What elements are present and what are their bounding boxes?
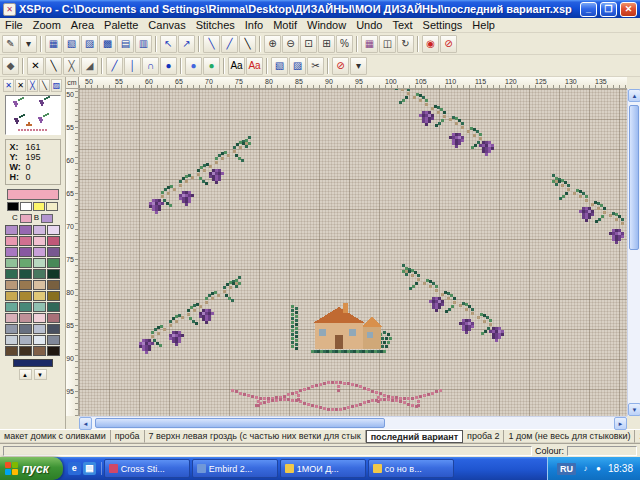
mini-half-stitch[interactable]: ✕ — [15, 79, 26, 92]
menu-area[interactable]: Area — [66, 18, 99, 33]
text-tool[interactable]: Aa — [228, 57, 245, 75]
zoom-in[interactable]: ⊕ — [264, 35, 281, 53]
three-quarter-stitch[interactable]: ◢ — [81, 57, 98, 75]
stitch-grid-full[interactable]: ▦ — [45, 35, 62, 53]
grid-toggle[interactable]: ▦ — [361, 35, 378, 53]
design-tab[interactable]: 1 дом (не весь для стыковки) — [504, 430, 635, 443]
minimize-button[interactable]: _ — [580, 2, 597, 17]
palette-color-swatch[interactable] — [33, 269, 46, 279]
menu-canvas[interactable]: Canvas — [143, 18, 190, 33]
mini-backstitch[interactable]: ╲ — [39, 79, 50, 92]
palette-color-swatch[interactable] — [5, 313, 18, 323]
menu-text[interactable]: Text — [387, 18, 417, 33]
rulers-toggle[interactable]: ◫ — [379, 35, 396, 53]
basic-color-swatch-3[interactable] — [46, 202, 58, 211]
basic-color-swatch-1[interactable] — [20, 202, 32, 211]
maximize-button[interactable]: ❐ — [600, 2, 617, 17]
design-tab[interactable]: макет домик с оливками — [0, 430, 111, 443]
current-color-swatch[interactable] — [7, 189, 59, 200]
bead-large[interactable]: ● — [203, 57, 220, 75]
stitch-selector[interactable]: ◆ — [2, 57, 19, 75]
scroll-up-button[interactable]: ▲ — [628, 89, 640, 102]
palette-color-swatch[interactable] — [33, 313, 46, 323]
french-knot[interactable]: ● — [160, 57, 177, 75]
palette-color-swatch[interactable] — [5, 302, 18, 312]
palette-color-swatch[interactable] — [47, 225, 60, 235]
back-color-swatch[interactable] — [41, 214, 53, 223]
menu-undo[interactable]: Undo — [351, 18, 387, 33]
select-arrow[interactable]: ↖ — [160, 35, 177, 53]
taskbar-task-button[interactable]: Cross Sti... — [104, 459, 190, 478]
palette-color-swatch[interactable] — [47, 247, 60, 257]
taskbar-task-button[interactable]: со но в... — [368, 459, 454, 478]
palette-color-swatch[interactable] — [19, 313, 32, 323]
palette-color-swatch[interactable] — [47, 335, 60, 345]
palette-color-swatch[interactable] — [33, 225, 46, 235]
palette-color-swatch[interactable] — [33, 258, 46, 268]
motif-paste[interactable]: ▨ — [289, 57, 306, 75]
palette-color-swatch[interactable] — [47, 324, 60, 334]
zoom-fit[interactable]: ⊞ — [318, 35, 335, 53]
palette-color-swatch[interactable] — [19, 247, 32, 257]
quicklaunch-desktop-icon[interactable]: ▤ — [83, 462, 96, 475]
vertical-scrollbar[interactable]: ▲ ▼ — [627, 89, 640, 416]
palette-color-swatch[interactable] — [19, 258, 32, 268]
cross-color-swatch[interactable] — [20, 214, 32, 223]
palette-color-swatch[interactable] — [5, 247, 18, 257]
palette-color-swatch[interactable] — [33, 280, 46, 290]
stitch-grid-special[interactable]: ▤ — [117, 35, 134, 53]
language-indicator[interactable]: RU — [557, 463, 576, 475]
palette-color-swatch[interactable] — [47, 291, 60, 301]
palette-color-swatch[interactable] — [5, 225, 18, 235]
quicklaunch-ie-icon[interactable]: e — [68, 462, 81, 475]
start-button[interactable]: пуск — [0, 457, 63, 480]
menu-info[interactable]: Info — [240, 18, 268, 33]
curve-line[interactable]: ∩ — [142, 57, 159, 75]
menu-zoom[interactable]: Zoom — [28, 18, 66, 33]
stitch-grid-half[interactable]: ▧ — [63, 35, 80, 53]
pencil-dropdown[interactable]: ▾ — [20, 35, 37, 53]
zoom-area[interactable]: ⊡ — [300, 35, 317, 53]
symbol-mode[interactable]: ⊘ — [440, 35, 457, 53]
move-arrow[interactable]: ↗ — [178, 35, 195, 53]
palette-color-swatch[interactable] — [47, 258, 60, 268]
motif-copy[interactable]: ▧ — [271, 57, 288, 75]
palette-color-swatch[interactable] — [5, 236, 18, 246]
design-tab[interactable]: 7 верхн левая гроздь (с частью них ветки… — [145, 430, 366, 443]
palette-scroll-up-button[interactable]: ▲ — [19, 369, 32, 380]
palette-color-swatch[interactable] — [19, 225, 32, 235]
basic-color-swatch-2[interactable] — [33, 202, 45, 211]
erase-tool[interactable]: ⊘ — [332, 57, 349, 75]
bead-small[interactable]: ● — [185, 57, 202, 75]
palette-color-swatch[interactable] — [5, 269, 18, 279]
scroll-right-button[interactable]: ► — [614, 417, 627, 430]
menu-help[interactable]: Help — [467, 18, 500, 33]
menu-window[interactable]: Window — [302, 18, 351, 33]
palette-color-swatch[interactable] — [19, 269, 32, 279]
stitch-grid-knot[interactable]: ▥ — [135, 35, 152, 53]
scissors[interactable]: ✂ — [307, 57, 324, 75]
stitch-canvas[interactable] — [79, 89, 627, 416]
palette-color-swatch[interactable] — [19, 291, 32, 301]
palette-color-swatch[interactable] — [47, 313, 60, 323]
taskbar-task-button[interactable]: Embird 2... — [192, 459, 278, 478]
straight-line[interactable]: │ — [124, 57, 141, 75]
half-cross-stitch[interactable]: ╲ — [45, 57, 62, 75]
zoom-out[interactable]: ⊖ — [282, 35, 299, 53]
palette-color-swatch[interactable] — [33, 302, 46, 312]
menu-settings[interactable]: Settings — [418, 18, 468, 33]
volume-icon[interactable]: ♪ — [580, 463, 591, 474]
palette-color-swatch[interactable] — [33, 335, 46, 345]
palette-color-swatch[interactable] — [47, 280, 60, 290]
palette-color-swatch[interactable] — [33, 324, 46, 334]
palette-color-swatch[interactable] — [5, 335, 18, 345]
palette-color-swatch[interactable] — [47, 236, 60, 246]
design-tab[interactable]: проба 2 — [463, 430, 504, 443]
close-button[interactable]: ✕ — [620, 2, 637, 17]
palette-scroll-down-button[interactable]: ▼ — [34, 369, 47, 380]
quarter-cross-stitch[interactable]: ╳ — [63, 57, 80, 75]
palette-color-swatch[interactable] — [47, 346, 60, 356]
more-dropdown[interactable]: ▾ — [350, 57, 367, 75]
palette-color-swatch[interactable] — [19, 236, 32, 246]
taskbar-task-button[interactable]: 1МОИ Д... — [280, 459, 366, 478]
